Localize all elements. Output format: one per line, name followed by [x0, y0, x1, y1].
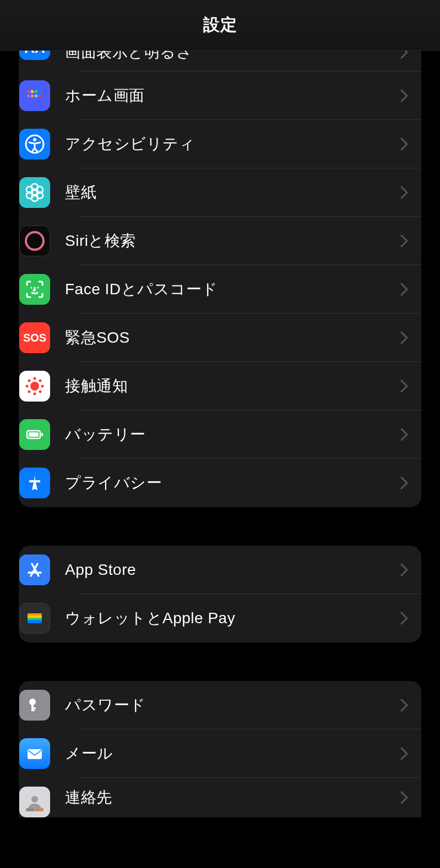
- home-screen-icon: [19, 80, 50, 111]
- svg-rect-1: [31, 90, 34, 93]
- svg-point-27: [28, 391, 31, 393]
- row-passwords[interactable]: パスワード: [19, 681, 421, 729]
- svg-rect-35: [28, 620, 42, 623]
- settings-group-general: AA 画面表示と明るさ ホーム画面 アクセシビリティ: [19, 33, 421, 507]
- chevron-right-icon: [400, 428, 408, 441]
- svg-point-18: [31, 287, 32, 289]
- svg-point-41: [31, 796, 38, 803]
- chevron-right-icon: [400, 283, 408, 296]
- row-faceid-passcode[interactable]: Face IDとパスコード: [19, 265, 421, 314]
- row-home-screen[interactable]: ホーム画面: [19, 72, 421, 120]
- svg-rect-4: [27, 95, 30, 97]
- row-siri-search[interactable]: Siriと検索: [19, 217, 421, 265]
- app-store-icon: [19, 554, 50, 585]
- row-label: 壁紙: [65, 182, 400, 203]
- svg-point-9: [33, 138, 36, 141]
- passwords-icon: [19, 690, 50, 721]
- svg-point-26: [39, 380, 42, 382]
- nav-header: 設定: [0, 0, 440, 51]
- page-title: 設定: [203, 14, 237, 36]
- svg-point-28: [39, 391, 42, 393]
- siri-icon: [19, 226, 50, 256]
- row-accessibility[interactable]: アクセシビリティ: [19, 120, 421, 168]
- battery-icon: [19, 419, 50, 450]
- svg-point-19: [37, 287, 39, 289]
- svg-rect-37: [31, 703, 34, 711]
- svg-point-25: [28, 380, 31, 382]
- svg-point-23: [26, 385, 29, 388]
- chevron-right-icon: [400, 699, 408, 712]
- accessibility-icon: [19, 129, 50, 160]
- sos-icon: SOS: [19, 322, 50, 353]
- faceid-icon: [19, 274, 50, 305]
- svg-rect-44: [36, 809, 42, 811]
- privacy-icon: [19, 468, 50, 498]
- row-label: アクセシビリティ: [65, 134, 400, 155]
- svg-rect-43: [27, 809, 34, 811]
- chevron-right-icon: [400, 747, 408, 760]
- svg-point-17: [26, 232, 44, 250]
- chevron-right-icon: [400, 186, 408, 199]
- settings-group-accounts: パスワード メール 連絡先: [19, 681, 421, 817]
- row-label: ウォレットとApple Pay: [65, 608, 400, 629]
- row-label: バッテリー: [65, 424, 400, 445]
- settings-scroll[interactable]: AA 画面表示と明るさ ホーム画面 アクセシビリティ: [0, 0, 440, 828]
- mail-icon: [19, 738, 50, 769]
- svg-rect-6: [35, 95, 37, 97]
- wallet-icon: [19, 603, 50, 634]
- svg-point-22: [34, 393, 36, 395]
- row-label: 緊急SOS: [65, 327, 400, 348]
- row-label: 連絡先: [65, 787, 400, 808]
- row-wallet-applepay[interactable]: ウォレットとApple Pay: [19, 594, 421, 642]
- chevron-right-icon: [400, 138, 408, 151]
- row-contacts[interactable]: 連絡先: [19, 778, 421, 817]
- chevron-right-icon: [400, 380, 408, 393]
- row-label: Siriと検索: [65, 230, 400, 251]
- row-label: プライバシー: [65, 473, 400, 493]
- chevron-right-icon: [400, 791, 408, 804]
- row-label: ホーム画面: [65, 85, 400, 106]
- row-label: パスワード: [65, 695, 400, 716]
- contacts-icon: [19, 787, 50, 817]
- svg-rect-7: [39, 95, 41, 97]
- svg-point-24: [41, 385, 44, 388]
- row-mail[interactable]: メール: [19, 729, 421, 778]
- row-privacy[interactable]: プライバシー: [19, 459, 421, 507]
- row-exposure-notification[interactable]: 接触通知: [19, 362, 421, 410]
- chevron-right-icon: [400, 476, 408, 490]
- row-app-store[interactable]: App Store: [19, 546, 421, 594]
- row-label: 接触通知: [65, 376, 400, 397]
- svg-rect-5: [31, 95, 34, 97]
- svg-rect-40: [28, 749, 42, 759]
- chevron-right-icon: [400, 89, 408, 102]
- svg-rect-0: [27, 90, 30, 93]
- wallpaper-icon: [19, 177, 50, 208]
- exposure-notification-icon: [19, 371, 50, 402]
- row-label: App Store: [65, 561, 400, 579]
- svg-rect-38: [31, 707, 36, 709]
- svg-rect-30: [29, 432, 39, 437]
- row-wallpaper[interactable]: 壁紙: [19, 168, 421, 217]
- svg-rect-3: [39, 90, 41, 93]
- svg-point-20: [30, 382, 39, 391]
- svg-rect-2: [35, 90, 37, 93]
- chevron-right-icon: [400, 612, 408, 625]
- row-emergency-sos[interactable]: SOS 緊急SOS: [19, 314, 421, 362]
- settings-group-store: App Store ウォレットとApple Pay: [19, 546, 421, 642]
- svg-rect-39: [31, 710, 35, 711]
- svg-rect-31: [41, 433, 43, 436]
- chevron-right-icon: [400, 563, 408, 576]
- row-label: メール: [65, 743, 400, 764]
- chevron-right-icon: [400, 234, 408, 248]
- row-battery[interactable]: バッテリー: [19, 410, 421, 459]
- svg-point-21: [34, 377, 36, 380]
- row-label: Face IDとパスコード: [65, 279, 400, 300]
- chevron-right-icon: [400, 331, 408, 344]
